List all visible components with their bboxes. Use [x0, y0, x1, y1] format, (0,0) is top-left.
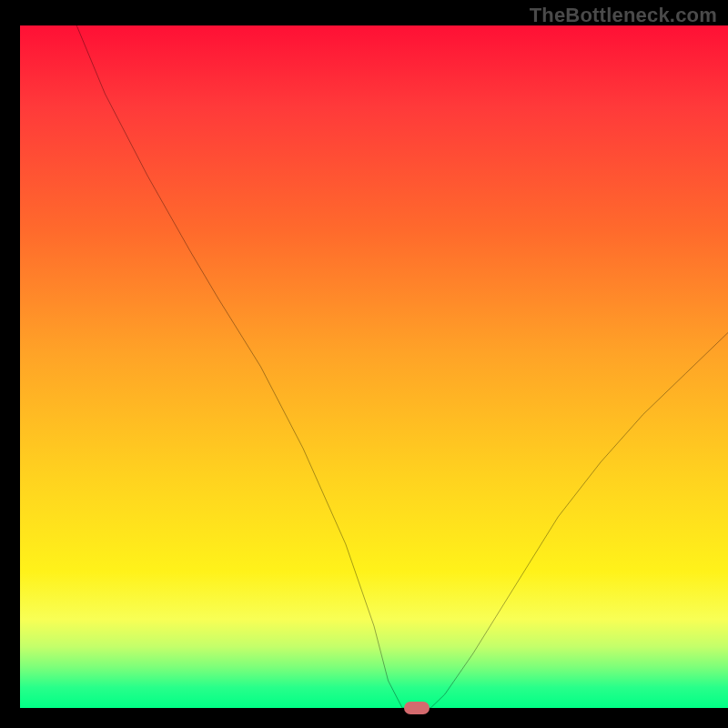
chart-frame: TheBottleneck.com: [0, 0, 728, 728]
watermark-text: TheBottleneck.com: [530, 4, 717, 27]
bottleneck-curve: [20, 25, 728, 708]
minimum-marker: [404, 702, 430, 714]
curve-path: [76, 25, 728, 708]
plot-area: [20, 25, 728, 708]
